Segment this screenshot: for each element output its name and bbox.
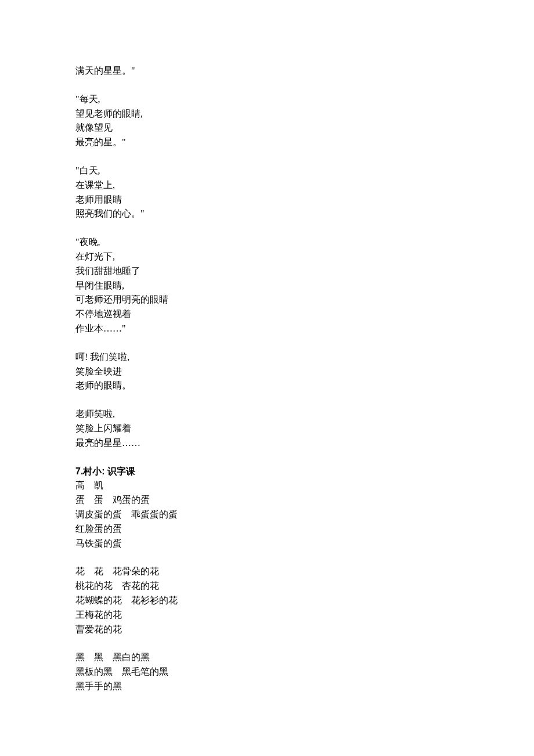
poem-line: 曹爱花的花 <box>75 622 435 637</box>
poem-line: 就像望见 <box>75 121 435 135</box>
poem-line: 老师用眼睛 <box>75 193 435 207</box>
section-author: 高 凯 <box>75 478 435 493</box>
poem-line: 在灯光下, <box>75 250 435 264</box>
poem-line: 红脸蛋的蛋 <box>75 522 435 537</box>
poem-line: 我们甜甜地睡了 <box>75 264 435 279</box>
poem-line: 王梅花的花 <box>75 608 435 622</box>
poem-stanza: 老师笑啦, 笑脸上闪耀着 最亮的星星…… <box>75 407 435 450</box>
poem-stanza: 黑 黑 黑白的黑 黑板的黑 黑毛笔的黑 黑手手的黑 <box>75 650 435 693</box>
section-heading: 7.村小: 识字课 <box>75 465 435 479</box>
poem-line: 蛋 蛋 鸡蛋的蛋 <box>75 493 435 507</box>
poem-line: 满天的星星。" <box>75 64 435 78</box>
poem-line: 望见老师的眼睛, <box>75 107 435 121</box>
poem-stanza: 花 花 花骨朵的花 桃花的花 杏花的花 花蝴蝶的花 花衫衫的花 王梅花的花 曹爱… <box>75 564 435 636</box>
poem-line: "白天, <box>75 164 435 178</box>
poem-line: 花 花 花骨朵的花 <box>75 564 435 579</box>
poem-line: 花蝴蝶的花 花衫衫的花 <box>75 593 435 608</box>
poem-line: 黑 黑 黑白的黑 <box>75 650 435 665</box>
poem-line: 老师笑啦, <box>75 407 435 422</box>
poem-line: 老师的眼睛。 <box>75 379 435 393</box>
poem-stanza: "夜晚, 在灯光下, 我们甜甜地睡了 早闭住眼睛, 可老师还用明亮的眼睛 不停地… <box>75 235 435 336</box>
poem-line: 可老师还用明亮的眼睛 <box>75 293 435 307</box>
poem-line: "夜晚, <box>75 235 435 250</box>
poem-line: 调皮蛋的蛋 乖蛋蛋的蛋 <box>75 507 435 522</box>
poem-stanza: 蛋 蛋 鸡蛋的蛋 调皮蛋的蛋 乖蛋蛋的蛋 红脸蛋的蛋 马铁蛋的蛋 <box>75 493 435 550</box>
poem-line: 笑脸全映进 <box>75 365 435 379</box>
poem-line: 笑脸上闪耀着 <box>75 422 435 436</box>
poem-line: 最亮的星星…… <box>75 436 435 451</box>
poem-stanza: 满天的星星。" <box>75 64 435 78</box>
poem-line: 照亮我们的心。" <box>75 207 435 221</box>
poem-line: 马铁蛋的蛋 <box>75 537 435 551</box>
poem-line: 不停地巡视着 <box>75 307 435 322</box>
poem-line: 呵! 我们笑啦, <box>75 350 435 365</box>
poem-line: 作业本……" <box>75 322 435 336</box>
poem-stanza: "每天, 望见老师的眼睛, 就像望见 最亮的星。" <box>75 92 435 150</box>
poem-line: 在课堂上, <box>75 178 435 193</box>
poem-line: 黑板的黑 黑毛笔的黑 <box>75 665 435 679</box>
poem-line: 黑手手的黑 <box>75 679 435 694</box>
poem-line: "每天, <box>75 92 435 107</box>
poem-stanza: "白天, 在课堂上, 老师用眼睛 照亮我们的心。" <box>75 164 435 221</box>
poem-line: 早闭住眼睛, <box>75 279 435 293</box>
document-page: 满天的星星。" "每天, 望见老师的眼睛, 就像望见 最亮的星。" "白天, 在… <box>0 0 435 694</box>
poem-line: 最亮的星。" <box>75 135 435 150</box>
poem-stanza: 呵! 我们笑啦, 笑脸全映进 老师的眼睛。 <box>75 350 435 393</box>
poem-line: 桃花的花 杏花的花 <box>75 579 435 593</box>
